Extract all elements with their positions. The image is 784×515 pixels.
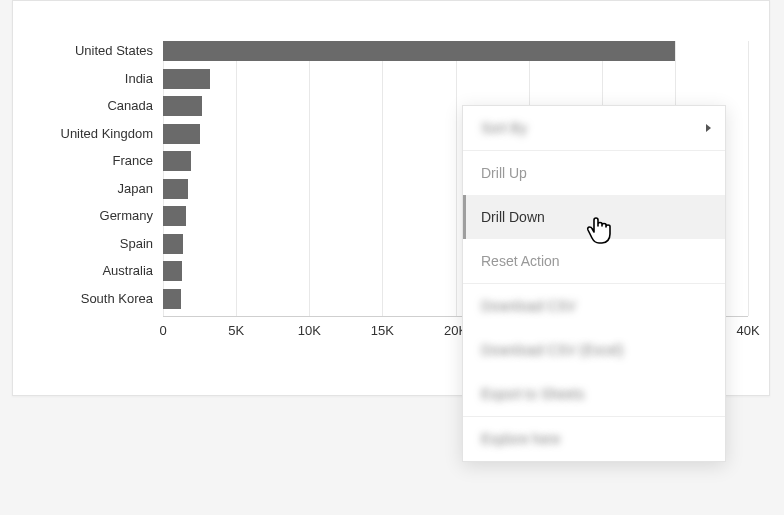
x-tick-label: 10K xyxy=(298,323,321,338)
menu-drill-down-label: Drill Down xyxy=(481,209,545,225)
menu-export-sheets-label: Export to Sheets xyxy=(481,386,585,402)
bar-label: United States xyxy=(75,41,153,61)
x-tick-label: 40K xyxy=(736,323,759,338)
menu-drill-up[interactable]: Drill Up xyxy=(463,151,725,195)
bar-label: Germany xyxy=(100,206,153,226)
context-menu: Sort By Drill Up Drill Down Reset Action… xyxy=(462,105,726,462)
bar-row[interactable]: India xyxy=(163,69,748,89)
bar[interactable] xyxy=(163,179,188,199)
menu-export-sheets[interactable]: Export to Sheets xyxy=(463,372,725,416)
x-tick-label: 0 xyxy=(159,323,166,338)
menu-download-csv-label: Download CSV xyxy=(481,298,576,314)
x-tick-label: 15K xyxy=(371,323,394,338)
bar[interactable] xyxy=(163,96,202,116)
bar[interactable] xyxy=(163,124,200,144)
menu-download-csv[interactable]: Download CSV xyxy=(463,284,725,328)
menu-download-csv-excel[interactable]: Download CSV (Excel) xyxy=(463,328,725,372)
bar-label: France xyxy=(113,151,153,171)
menu-explore-label: Explore here xyxy=(481,431,560,447)
menu-sort-by-label: Sort By xyxy=(481,120,527,136)
bar-label: Canada xyxy=(107,96,153,116)
bar-label: India xyxy=(125,69,153,89)
menu-reset-action-label: Reset Action xyxy=(481,253,560,269)
bar-label: United Kingdom xyxy=(61,124,154,144)
bar[interactable] xyxy=(163,41,675,61)
bar[interactable] xyxy=(163,234,183,254)
bar-label: South Korea xyxy=(81,289,153,309)
menu-drill-down[interactable]: Drill Down xyxy=(463,195,725,239)
bar[interactable] xyxy=(163,206,186,226)
menu-download-csv-excel-label: Download CSV (Excel) xyxy=(481,342,623,358)
x-tick-label: 5K xyxy=(228,323,244,338)
bar-label: Japan xyxy=(118,179,153,199)
bar[interactable] xyxy=(163,289,181,309)
bar[interactable] xyxy=(163,261,182,281)
bar-row[interactable]: United States xyxy=(163,41,748,61)
menu-drill-up-label: Drill Up xyxy=(481,165,527,181)
menu-explore[interactable]: Explore here xyxy=(463,417,725,461)
chevron-right-icon xyxy=(706,124,711,132)
bar[interactable] xyxy=(163,69,210,89)
menu-sort-by[interactable]: Sort By xyxy=(463,106,725,150)
bar-label: Australia xyxy=(102,261,153,281)
menu-reset-action[interactable]: Reset Action xyxy=(463,239,725,283)
bar-label: Spain xyxy=(120,234,153,254)
grid-line xyxy=(748,41,749,316)
bar[interactable] xyxy=(163,151,191,171)
